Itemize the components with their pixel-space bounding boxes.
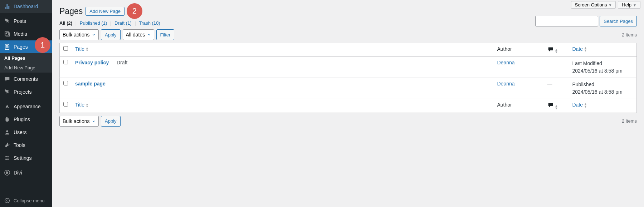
dashboard-icon [4,3,11,10]
dates-select[interactable]: All dates [123,29,154,40]
col-title-bottom[interactable]: Title▲▼ [72,99,494,113]
sidebar-label: Media [14,31,27,37]
sidebar-label: Appearance [14,104,41,109]
collapse-menu[interactable]: Collapse menu [0,194,52,207]
sidebar-label: Projects [14,89,32,95]
sidebar-label: Users [14,129,27,135]
users-icon [4,129,11,136]
sidebar-label: Pages [14,44,28,50]
tools-icon [4,142,11,149]
col-author: Author [494,43,544,57]
pages-table: Title▲▼ Author ▲▼ Date▲▼ Privacy policy … [59,43,637,113]
comments-icon [547,102,554,108]
bulk-actions-select[interactable]: Bulk actions [59,29,99,40]
sidebar-label: Divi [14,170,22,176]
col-date-bottom[interactable]: Date▲▼ [569,99,637,113]
admin-sidebar: Dashboard Posts Media Pages All Pages Ad… [0,0,52,207]
collapse-label: Collapse menu [14,198,45,203]
col-title[interactable]: Title▲▼ [72,43,494,57]
apply-button[interactable]: Apply [101,29,121,40]
svg-point-4 [6,159,8,160]
settings-icon [4,154,11,162]
sidebar-item-appearance[interactable]: Appearance [0,100,52,113]
sidebar-item-users[interactable]: Users [0,126,52,139]
tablenav-top: Bulk actions Apply All dates Filter 2 it… [52,29,644,43]
posts-icon [4,18,11,25]
bulk-actions-select-bottom[interactable]: Bulk actions [59,116,99,127]
filter-draft[interactable]: Draft (1) [114,20,132,26]
sidebar-item-divi[interactable]: Divi [0,166,52,179]
sidebar-submenu: All Pages Add New Page [0,53,52,73]
help-button[interactable]: Help▼ [618,1,640,9]
filter-button[interactable]: Filter [156,29,175,40]
row-date-value: 2024/05/16 at 8:58 pm [572,88,633,96]
sort-icon: ▲▼ [584,47,587,52]
add-new-page-button[interactable]: Add New Page [86,7,125,16]
search-pages-button[interactable]: Search Pages [600,16,637,26]
sort-icon: ▲▼ [584,103,587,108]
sidebar-item-settings[interactable]: Settings [0,152,52,164]
col-author-bottom: Author [494,99,544,113]
filter-trash[interactable]: Trash (10) [139,20,160,26]
appearance-icon [4,103,11,110]
sidebar-item-dashboard[interactable]: Dashboard [0,0,52,13]
sidebar-label: Settings [14,155,32,161]
chevron-down-icon: ▼ [608,3,612,7]
filter-all[interactable]: All (2) [59,20,72,26]
callout-2: 2 [127,3,142,19]
row-date-label: Last Modified [572,60,633,67]
projects-icon [4,88,11,95]
callout-1: 1 [35,37,50,53]
sidebar-item-comments[interactable]: Comments [0,73,52,85]
svg-point-1 [6,130,8,132]
col-comments-bottom[interactable]: ▲▼ [544,99,569,113]
table-row: sample page Deanna — Published2024/05/16… [60,78,637,99]
sort-icon: ▲▼ [555,49,558,54]
screen-options-button[interactable]: Screen Options▼ [571,1,616,9]
chevron-down-icon: ▼ [633,3,636,7]
search-box: Search Pages [535,16,644,29]
select-all-checkbox[interactable] [63,46,68,51]
sidebar-label: Plugins [14,117,30,122]
svg-point-6 [5,198,10,203]
sidebar-label: Tools [14,142,25,148]
sidebar-item-posts[interactable]: Posts [0,15,52,28]
row-author-link[interactable]: Deanna [497,81,515,87]
row-checkbox[interactable] [63,60,68,64]
select-all-checkbox-bottom[interactable] [63,102,68,107]
plugins-icon [4,116,11,123]
apply-button-bottom[interactable]: Apply [101,116,121,127]
media-icon [4,30,11,38]
top-buttons: Screen Options▼ Help▼ [571,1,640,9]
search-input[interactable] [535,16,598,26]
row-status: — Draft [109,60,127,65]
submenu-add-new-page[interactable]: Add New Page [0,63,52,73]
displaying-num-bottom: 2 items [622,118,637,124]
collapse-icon [4,197,11,204]
submenu-all-pages[interactable]: All Pages [0,53,52,63]
pages-icon [4,43,11,50]
sort-icon: ▲▼ [86,47,89,52]
main-content: Screen Options▼ Help▼ Pages Add New Page… [52,0,644,207]
tablenav-bottom: Bulk actions Apply 2 items [52,113,644,129]
sidebar-label: Dashboard [14,4,38,9]
svg-point-3 [8,158,9,159]
filter-published[interactable]: Published (1) [80,20,107,26]
row-title-link[interactable]: sample page [75,81,106,87]
svg-point-2 [6,156,7,157]
comments-icon [4,75,11,83]
sort-icon: ▲▼ [555,105,558,110]
sidebar-item-projects[interactable]: Projects [0,85,52,98]
col-date[interactable]: Date▲▼ [569,43,637,57]
row-author-link[interactable]: Deanna [497,60,515,65]
sidebar-label: Comments [14,76,38,82]
sidebar-item-plugins[interactable]: Plugins [0,113,52,126]
col-comments[interactable]: ▲▼ [544,43,569,57]
divi-icon [4,169,11,176]
sidebar-item-tools[interactable]: Tools [0,139,52,152]
displaying-num: 2 items [622,32,637,38]
row-title-link[interactable]: Privacy policy [75,60,109,65]
page-title: Pages [59,6,83,16]
row-date-label: Published [572,81,633,88]
row-checkbox[interactable] [63,81,68,85]
